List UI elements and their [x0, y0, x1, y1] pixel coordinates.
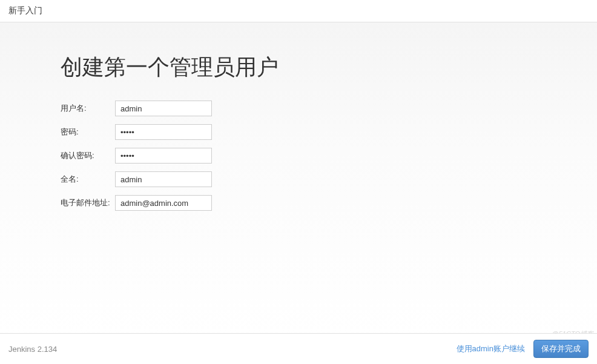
username-label: 用户名: — [61, 103, 115, 114]
email-label: 电子邮件地址: — [61, 197, 115, 208]
page-title: 创建第一个管理员用户 — [61, 53, 536, 82]
wizard-footer: Jenkins 2.134 使用admin账户继续 保存并完成 — [0, 333, 597, 364]
fullname-label: 全名: — [61, 174, 115, 185]
wizard-header: 新手入门 — [0, 0, 597, 22]
footer-actions: 使用admin账户继续 保存并完成 — [457, 340, 589, 358]
form-row-password: 密码: — [61, 124, 536, 140]
form-row-username: 用户名: — [61, 101, 536, 116]
confirm-password-label: 确认密码: — [61, 150, 115, 161]
form-row-fullname: 全名: — [61, 171, 536, 187]
confirm-password-input[interactable] — [115, 148, 212, 164]
save-and-finish-button[interactable]: 保存并完成 — [533, 340, 589, 358]
password-input[interactable] — [115, 124, 212, 140]
wizard-header-title: 新手入门 — [8, 5, 42, 15]
username-input[interactable] — [115, 101, 212, 116]
form-row-confirm-password: 确认密码: — [61, 148, 536, 164]
version-text: Jenkins 2.134 — [8, 345, 57, 354]
form-row-email: 电子邮件地址: — [61, 195, 536, 211]
main-content: 创建第一个管理员用户 用户名: 密码: 确认密码: 全名: 电子邮件地址: — [0, 22, 597, 343]
password-label: 密码: — [61, 127, 115, 137]
continue-as-admin-link[interactable]: 使用admin账户继续 — [457, 343, 525, 354]
email-input[interactable] — [115, 195, 212, 211]
fullname-input[interactable] — [115, 171, 212, 187]
